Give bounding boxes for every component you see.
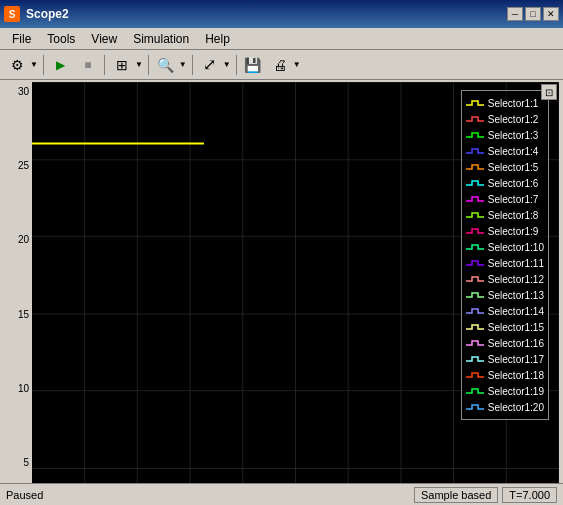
parameters-button[interactable]: ⚙ ▼ [4, 52, 39, 78]
legend-item: Selector1:5 [466, 159, 544, 175]
legend-step-icon [466, 145, 484, 157]
main-area: 30 25 20 15 10 5 0 [0, 80, 563, 505]
layout-button[interactable]: ⊞ ▼ [109, 52, 144, 78]
legend-item: Selector1:4 [466, 143, 544, 159]
legend-label: Selector1:13 [488, 290, 544, 301]
menu-file[interactable]: File [4, 30, 39, 48]
legend-item: Selector1:13 [466, 287, 544, 303]
legend-label: Selector1:16 [488, 338, 544, 349]
legend-item: Selector1:8 [466, 207, 544, 223]
legend-label: Selector1:11 [488, 258, 544, 269]
legend-item: Selector1:19 [466, 383, 544, 399]
toolbar-separator-1 [43, 55, 44, 75]
legend-label: Selector1:12 [488, 274, 544, 285]
legend-label: Selector1:15 [488, 322, 544, 333]
restore-button[interactable]: □ [525, 7, 541, 21]
legend-label: Selector1:4 [488, 146, 539, 157]
legend-step-icon [466, 401, 484, 413]
legend-step-icon [466, 257, 484, 269]
app-icon: S [4, 6, 20, 22]
status-bar: Paused Sample based T=7.000 [0, 483, 563, 505]
close-button[interactable]: ✕ [543, 7, 559, 21]
legend-label: Selector1:5 [488, 162, 539, 173]
legend-step-icon [466, 177, 484, 189]
toolbar-separator-2 [104, 55, 105, 75]
legend-label: Selector1:1 [488, 98, 539, 109]
legend-label: Selector1:6 [488, 178, 539, 189]
legend-item: Selector1:14 [466, 303, 544, 319]
y-label-5: 5 [4, 457, 32, 468]
legend-item: Selector1:2 [466, 111, 544, 127]
toolbar-separator-4 [192, 55, 193, 75]
legend-step-icon [466, 241, 484, 253]
legend-step-icon [466, 209, 484, 221]
legend-item: Selector1:16 [466, 335, 544, 351]
legend-item: Selector1:17 [466, 351, 544, 367]
toolbar-separator-5 [236, 55, 237, 75]
legend-label: Selector1:17 [488, 354, 544, 365]
menu-view[interactable]: View [83, 30, 125, 48]
legend-label: Selector1:7 [488, 194, 539, 205]
y-label-30: 30 [4, 86, 32, 97]
legend-item: Selector1:11 [466, 255, 544, 271]
legend-item: Selector1:7 [466, 191, 544, 207]
legend-label: Selector1:14 [488, 306, 544, 317]
y-label-15: 15 [4, 309, 32, 320]
menu-bar: File Tools View Simulation Help [0, 28, 563, 50]
legend-label: Selector1:9 [488, 226, 539, 237]
legend-step-icon [466, 305, 484, 317]
toolbar: ⚙ ▼ ▶ ■ ⊞ ▼ 🔍 ▼ ⤢ ▼ 💾 🖨 ▼ [0, 50, 563, 80]
legend-step-icon [466, 289, 484, 301]
legend-item: Selector1:15 [466, 319, 544, 335]
menu-simulation[interactable]: Simulation [125, 30, 197, 48]
y-label-20: 20 [4, 234, 32, 245]
legend-item: Selector1:6 [466, 175, 544, 191]
run-button[interactable]: ▶ [48, 52, 74, 78]
legend-item: Selector1:9 [466, 223, 544, 239]
legend-step-icon [466, 97, 484, 109]
stop-button[interactable]: ■ [76, 53, 100, 77]
legend-item: Selector1:12 [466, 271, 544, 287]
status-paused: Paused [6, 489, 43, 501]
legend-label: Selector1:18 [488, 370, 544, 381]
legend-label: Selector1:8 [488, 210, 539, 221]
legend-step-icon [466, 161, 484, 173]
menu-help[interactable]: Help [197, 30, 238, 48]
menu-tools[interactable]: Tools [39, 30, 83, 48]
legend-step-icon [466, 193, 484, 205]
print-button[interactable]: 🖨 ▼ [267, 52, 302, 78]
toolbar-separator-3 [148, 55, 149, 75]
y-label-25: 25 [4, 160, 32, 171]
legend-step-icon [466, 385, 484, 397]
sample-based-badge: Sample based [414, 487, 498, 503]
legend-step-icon [466, 369, 484, 381]
zoom-button[interactable]: 🔍 ▼ [153, 52, 188, 78]
legend-step-icon [466, 321, 484, 333]
time-badge: T=7.000 [502, 487, 557, 503]
expand-button[interactable]: ⊡ [541, 84, 557, 100]
legend-step-icon [466, 353, 484, 365]
legend-step-icon [466, 337, 484, 349]
legend-item: Selector1:10 [466, 239, 544, 255]
legend-item: Selector1:1 [466, 95, 544, 111]
scale-button[interactable]: ⤢ ▼ [197, 52, 232, 78]
legend-step-icon [466, 225, 484, 237]
legend-step-icon [466, 129, 484, 141]
legend-step-icon [466, 273, 484, 285]
legend-item: Selector1:3 [466, 127, 544, 143]
legend-label: Selector1:10 [488, 242, 544, 253]
legend-item: Selector1:20 [466, 399, 544, 415]
legend-label: Selector1:19 [488, 386, 544, 397]
window-title: Scope2 [26, 7, 69, 21]
minimize-button[interactable]: ─ [507, 7, 523, 21]
scope-plot[interactable]: Selector1:1Selector1:2Selector1:3Selecto… [32, 82, 559, 505]
y-axis: 30 25 20 15 10 5 0 [4, 82, 32, 505]
legend-label: Selector1:20 [488, 402, 544, 413]
legend-step-icon [466, 113, 484, 125]
legend-label: Selector1:2 [488, 114, 539, 125]
y-label-10: 10 [4, 383, 32, 394]
legend-item: Selector1:18 [466, 367, 544, 383]
save-button[interactable]: 💾 [241, 53, 265, 77]
title-bar: S Scope2 ─ □ ✕ [0, 0, 563, 28]
legend: Selector1:1Selector1:2Selector1:3Selecto… [461, 90, 549, 420]
